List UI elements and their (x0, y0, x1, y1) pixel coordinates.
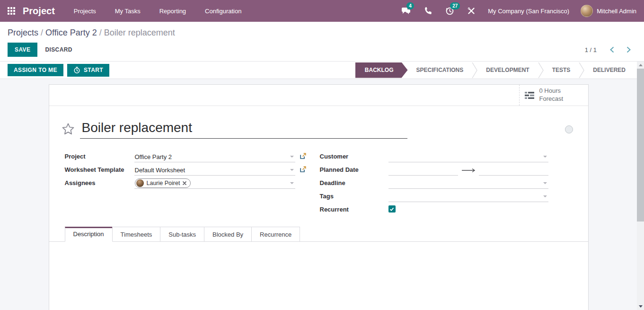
breadcrumb-separator: / (99, 28, 102, 37)
assignee-tag[interactable]: Laurie Poiret (135, 178, 191, 188)
project-value: Office Party 2 (135, 153, 172, 160)
date-range-arrow-icon (458, 168, 479, 173)
discard-button[interactable]: DISCARD (37, 43, 79, 57)
tab-description[interactable]: Description (65, 227, 113, 242)
dropdown-caret-icon[interactable] (543, 156, 547, 158)
stage-chevron-icon (538, 62, 544, 78)
stage-delivered[interactable]: DELIVERED (584, 62, 634, 78)
scroll-down-button[interactable] (637, 303, 644, 310)
planned-date-start-input[interactable] (388, 165, 458, 176)
task-title-input[interactable]: Boiler replacement (80, 120, 407, 139)
tags-input[interactable] (388, 191, 548, 202)
button-box: 0 Hours Forecast (49, 85, 588, 106)
app-name[interactable]: Project (23, 6, 55, 17)
messages-icon[interactable]: 4 (401, 6, 411, 16)
recurrent-label: Recurrent (320, 204, 388, 213)
stage-label: BACKLOG (365, 67, 394, 73)
menu-reporting[interactable]: Reporting (159, 8, 186, 15)
project-label: Project (65, 151, 134, 160)
stage-label: SPECIFICATIONS (416, 67, 464, 73)
worksheet-template-input[interactable]: Default Worksheet (134, 165, 295, 176)
company-switcher[interactable]: My Company (San Francisco) (488, 8, 569, 15)
tab-recurrence[interactable]: Recurrence (251, 227, 300, 241)
worksheet-external-link-icon[interactable] (300, 166, 306, 173)
phone-icon[interactable] (423, 6, 433, 16)
assign-to-me-label: ASSIGN TO ME (14, 67, 57, 73)
check-icon (389, 207, 394, 212)
start-button[interactable]: START (67, 64, 109, 77)
deadline-input[interactable] (388, 178, 548, 189)
apps-menu-icon[interactable] (8, 7, 15, 15)
stat-label: Forecast (539, 95, 564, 103)
stage-label: TESTS (552, 67, 571, 73)
planned-date-end-input[interactable] (479, 165, 548, 176)
menu-my-tasks[interactable]: My Tasks (115, 8, 141, 15)
stage-tests[interactable]: TESTS (544, 62, 579, 78)
worksheet-template-value: Default Worksheet (135, 167, 185, 174)
user-name: Mitchell Admin (597, 8, 636, 15)
control-panel: Projects/Office Party 2/Boiler replaceme… (0, 22, 644, 62)
start-label: START (84, 67, 103, 73)
pager-value: 1 / 1 (585, 46, 597, 53)
pager: 1 / 1 (585, 46, 631, 53)
remove-tag-icon[interactable] (183, 181, 186, 185)
dropdown-caret-icon[interactable] (543, 182, 547, 184)
messages-badge: 4 (406, 2, 414, 9)
tools-icon[interactable] (466, 6, 476, 16)
breadcrumb-office-party-2[interactable]: Office Party 2 (45, 28, 97, 37)
tab-timesheets[interactable]: Timesheets (112, 227, 161, 241)
breadcrumb-separator: / (41, 28, 43, 37)
breadcrumb: Projects/Office Party 2/Boiler replaceme… (8, 27, 636, 39)
notebook-tabs: Description Timesheets Sub-tasks Blocked… (49, 227, 588, 242)
tab-label: Recurrence (260, 231, 291, 238)
assign-to-me-button[interactable]: ASSIGN TO ME (8, 64, 63, 76)
stat-value: 0 Hours (539, 87, 564, 95)
assignee-avatar (136, 179, 144, 187)
deadline-label: Deadline (320, 178, 388, 186)
content-area: 0 Hours Forecast Boiler replacement Proj… (0, 79, 637, 310)
breadcrumb-current: Boiler replacement (104, 28, 175, 37)
customer-input[interactable] (388, 151, 548, 162)
assignees-label: Assignees (65, 178, 134, 186)
hours-forecast-button[interactable]: 0 Hours Forecast (519, 85, 588, 106)
dropdown-caret-icon[interactable] (543, 195, 547, 197)
user-avatar (581, 5, 593, 17)
vertical-scrollbar (637, 62, 644, 310)
recurrent-checkbox[interactable] (388, 205, 396, 213)
stage-specifications[interactable]: SPECIFICATIONS (408, 62, 472, 78)
tab-label: Description (73, 230, 104, 238)
top-navbar: Project Projects My Tasks Reporting Conf… (0, 0, 644, 22)
pager-previous-icon[interactable] (610, 46, 614, 53)
dropdown-caret-icon[interactable] (290, 156, 294, 158)
stage-development[interactable]: DEVELOPMENT (477, 62, 538, 78)
dropdown-caret-icon[interactable] (290, 169, 294, 171)
scroll-up-button[interactable] (637, 62, 644, 69)
description-tab-content[interactable] (49, 242, 588, 310)
worksheet-template-label: Worksheet Template (65, 165, 134, 173)
project-external-link-icon[interactable] (300, 153, 306, 159)
project-input[interactable]: Office Party 2 (134, 151, 295, 162)
menu-projects[interactable]: Projects (74, 8, 96, 15)
user-menu[interactable]: Mitchell Admin (581, 5, 636, 17)
stage-chevron-icon (579, 62, 584, 78)
dropdown-caret-icon[interactable] (290, 182, 294, 184)
save-button[interactable]: SAVE (8, 43, 37, 57)
kanban-state-indicator[interactable] (565, 125, 573, 133)
menu-configuration[interactable]: Configuration (205, 8, 241, 15)
assignees-input[interactable]: Laurie Poiret (134, 178, 295, 189)
stage-label: DELIVERED (593, 67, 626, 73)
nav-menu: Projects My Tasks Reporting Configuratio… (74, 8, 242, 15)
tab-label: Blocked By (212, 231, 243, 238)
breadcrumb-projects[interactable]: Projects (8, 28, 38, 37)
scrollbar-thumb[interactable] (637, 69, 644, 221)
tab-label: Sub-tasks (168, 231, 196, 238)
activities-icon[interactable]: 27 (444, 6, 455, 16)
favorite-star-icon[interactable] (61, 122, 75, 136)
tags-label: Tags (320, 191, 388, 200)
stage-backlog[interactable]: BACKLOG (355, 62, 408, 78)
tab-label: Timesheets (121, 231, 152, 238)
tab-blocked-by[interactable]: Blocked By (204, 227, 252, 241)
customer-label: Customer (320, 151, 388, 160)
tab-sub-tasks[interactable]: Sub-tasks (160, 227, 204, 241)
pager-next-icon[interactable] (626, 46, 631, 53)
